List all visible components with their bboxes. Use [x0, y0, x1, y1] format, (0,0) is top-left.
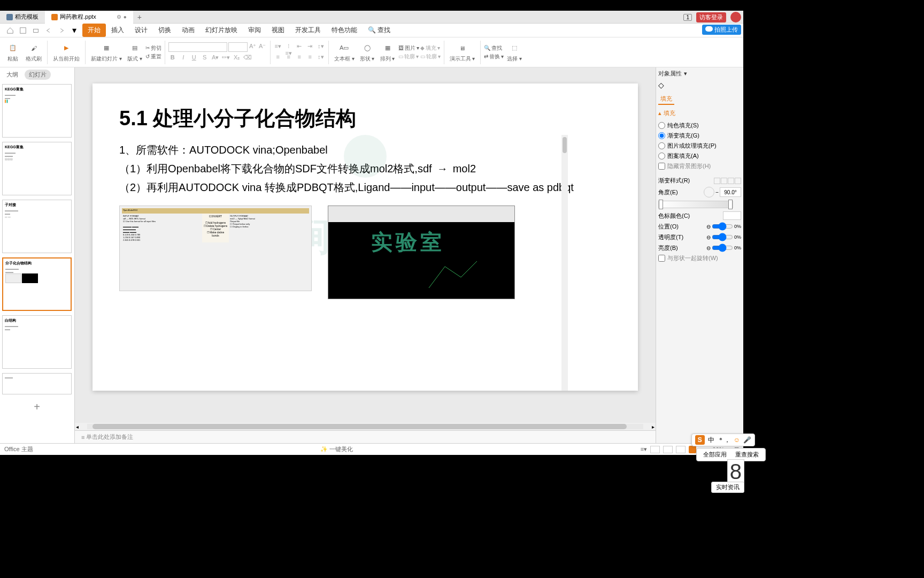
slide-thumbnail[interactable]: KEGG富集 ▬▬▬▬▬▬▌▌: [2, 84, 72, 138]
strikethrough-button[interactable]: S: [201, 54, 209, 63]
angle-input[interactable]: [720, 187, 741, 197]
bullets-button[interactable]: ≡▾: [274, 43, 282, 51]
new-slide-button[interactable]: ▦新建幻灯片 ▾: [89, 41, 124, 64]
reset-button[interactable]: ↺ 重置: [145, 53, 161, 60]
tab-template[interactable]: 稻壳模板: [0, 11, 45, 24]
hide-bg-checkbox[interactable]: 隐藏背景图形(H): [658, 162, 711, 170]
indent-left-button[interactable]: ⇤: [295, 43, 304, 51]
font-color-button[interactable]: A▾: [211, 54, 220, 63]
realtime-info-pill[interactable]: 实时资讯: [711, 482, 744, 493]
menu-slideshow[interactable]: 幻灯片放映: [200, 24, 243, 37]
print-icon[interactable]: [31, 26, 41, 35]
cloud-upload-button[interactable]: 拍照上传: [702, 25, 741, 35]
find-button[interactable]: 🔍 查找: [484, 44, 504, 52]
ime-mic-icon[interactable]: 🎤: [743, 436, 751, 444]
avatar[interactable]: [730, 12, 741, 22]
fill-tab[interactable]: 填充: [658, 94, 674, 105]
menu-start[interactable]: 开始: [82, 24, 106, 37]
menu-find[interactable]: 🔍 查找: [363, 24, 396, 37]
position-slider[interactable]: [712, 222, 733, 231]
add-slide-button[interactable]: +: [2, 399, 72, 415]
sorter-view-button[interactable]: [663, 446, 673, 453]
brightness-slider[interactable]: [712, 244, 733, 252]
ime-punct-icon[interactable]: ＊，: [718, 436, 730, 445]
numbering-button[interactable]: ⁝≡▾: [284, 43, 293, 51]
align-left-button[interactable]: ≡: [274, 54, 282, 62]
outline2-button[interactable]: ▭ 轮廓 ▾: [420, 53, 441, 60]
redo-icon[interactable]: [57, 26, 66, 35]
text-direction-button[interactable]: ↕▾: [317, 54, 325, 62]
normal-view-button[interactable]: [650, 446, 660, 453]
picture-fill-radio[interactable]: 图片或纹理填充(P): [658, 142, 717, 150]
slides-tab[interactable]: 幻灯片: [25, 70, 51, 80]
slide-thumbnail[interactable]: 子对接 ▬▬▬▬▬▬▬▭ ▭: [2, 200, 72, 253]
horizontal-scrollbar[interactable]: ◂ ▸: [75, 423, 656, 430]
presentation-tools-button[interactable]: 🖥演示工具 ▾: [448, 41, 478, 64]
solid-fill-radio[interactable]: 纯色填充(S): [658, 121, 699, 130]
research-button[interactable]: 重查搜索: [732, 450, 762, 460]
slide-thumbnail[interactable]: KEGG富集 ▬▬▬▬▬▬▬▤▤▤: [2, 142, 72, 195]
new-tab-button[interactable]: +: [133, 13, 146, 21]
increase-font-icon[interactable]: A⁺: [249, 43, 257, 51]
subscript-button[interactable]: X₂: [233, 54, 241, 63]
menu-insert[interactable]: 插入: [106, 24, 129, 37]
menu-view[interactable]: 视图: [266, 24, 290, 37]
from-current-button[interactable]: ▶从当前开始: [51, 41, 82, 64]
menu-design[interactable]: 设计: [129, 24, 153, 37]
beautify-button[interactable]: ✨ 一键美化: [320, 445, 353, 453]
clear-format-button[interactable]: ⌫: [243, 54, 252, 63]
all-apps-button[interactable]: 全部应用: [700, 450, 730, 460]
tab-file[interactable]: 网药教程.pptx ⚙ ●: [45, 11, 133, 24]
font-size-select[interactable]: [228, 42, 248, 52]
slide-thumbnail-active[interactable]: 分子化合物结构 ▬▬▬▬▬▬▬▬: [2, 257, 72, 311]
menu-transition[interactable]: 切换: [153, 24, 176, 37]
paste-button[interactable]: 📋粘贴: [3, 41, 22, 64]
outline-tab[interactable]: 大纲: [2, 70, 22, 80]
underline-button[interactable]: U: [190, 54, 198, 63]
view-menu-icon[interactable]: ≡▾: [641, 446, 647, 453]
textbox-button[interactable]: A▭文本框 ▾: [332, 41, 357, 64]
font-family-select[interactable]: [168, 42, 227, 52]
picture-button[interactable]: 🖼 图片 ▾: [398, 44, 419, 52]
gradient-fill-radio[interactable]: 渐变填充(G): [658, 132, 699, 140]
shape-button[interactable]: ◯形状 ▾: [358, 41, 377, 64]
login-button[interactable]: 访客登录: [696, 12, 726, 22]
stop-color-picker[interactable]: [723, 211, 741, 220]
slideshow-button[interactable]: [689, 446, 696, 453]
menu-dev[interactable]: 开发工具: [290, 24, 326, 37]
menu-animation[interactable]: 动画: [176, 24, 200, 37]
fill-button[interactable]: ◆ 填充 ▾: [420, 44, 441, 52]
italic-button[interactable]: I: [179, 54, 188, 63]
ime-emoji-icon[interactable]: ☺: [734, 436, 740, 444]
arrange-button[interactable]: ▦排列 ▾: [378, 41, 397, 64]
decrease-font-icon[interactable]: A⁻: [258, 43, 267, 51]
slide-thumbnail[interactable]: 白结构 ▬▬▬▬▬▬▬: [2, 315, 72, 369]
reading-view-button[interactable]: [676, 446, 686, 453]
align-right-button[interactable]: ≡: [295, 54, 304, 62]
transparency-slider[interactable]: [712, 233, 733, 241]
layout-button[interactable]: ▤版式 ▾: [125, 41, 144, 64]
menu-review[interactable]: 审阅: [243, 24, 266, 37]
slide-thumbnail[interactable]: ▬▬▬: [2, 373, 72, 394]
gradient-stops-bar[interactable]: [658, 201, 733, 208]
notes-pane[interactable]: ≡ 单击此处添加备注: [75, 430, 656, 443]
bold-button[interactable]: B: [168, 54, 177, 63]
close-icon[interactable]: ●: [124, 14, 127, 20]
home-icon[interactable]: [5, 26, 15, 35]
replace-button[interactable]: ⇄ 替换 ▾: [484, 53, 504, 60]
angle-dial[interactable]: [704, 187, 714, 197]
gradient-style-swatches[interactable]: [714, 178, 741, 184]
undo-icon[interactable]: [44, 26, 53, 35]
dropdown-icon[interactable]: ▾: [70, 26, 79, 35]
ime-lang[interactable]: 中: [708, 436, 714, 445]
menu-special[interactable]: 特色功能: [326, 24, 363, 37]
align-center-button[interactable]: ≡: [284, 54, 293, 62]
save-icon[interactable]: [18, 26, 28, 35]
indent-right-button[interactable]: ⇥: [306, 43, 314, 51]
select-button[interactable]: ⬚选择 ▾: [505, 41, 524, 64]
vertical-scrollbar[interactable]: [561, 135, 568, 391]
line-spacing-button[interactable]: ↕▾: [317, 43, 325, 51]
rotate-with-shape-checkbox[interactable]: 与形状一起旋转(W): [658, 254, 718, 262]
tab-settings-icon[interactable]: ⚙: [117, 14, 121, 20]
pattern-fill-radio[interactable]: 图案填充(A): [658, 152, 699, 160]
